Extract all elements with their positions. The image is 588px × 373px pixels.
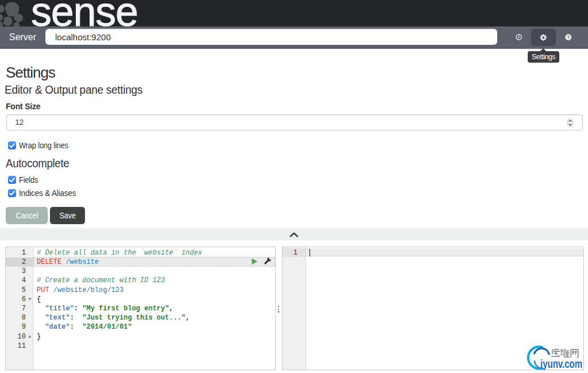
svg-text:?: ? — [567, 34, 570, 40]
